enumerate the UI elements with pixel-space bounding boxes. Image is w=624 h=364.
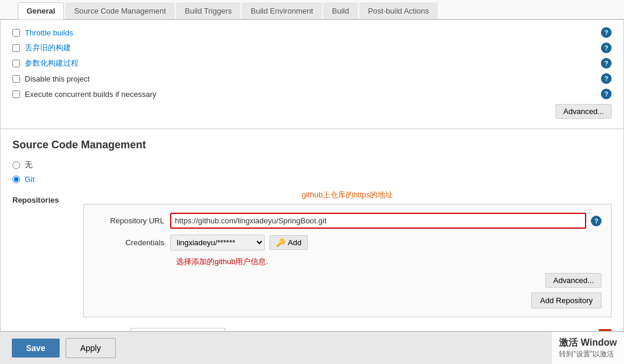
- radio-row-none: 无: [12, 160, 612, 170]
- scm-git-label: Git: [25, 175, 35, 184]
- key-icon: 🔑: [276, 238, 285, 247]
- annotation-container: github上仓库的https的地址: [83, 190, 612, 200]
- tab-scm[interactable]: Source Code Management: [65, 2, 174, 19]
- repo-url-help-icon[interactable]: ?: [591, 216, 602, 226]
- radio-row-git: Git: [12, 175, 612, 184]
- concurrent-builds-checkbox[interactable]: [12, 90, 20, 98]
- repo-advanced-button[interactable]: Advanced...: [545, 273, 602, 288]
- main-container: General Source Code Management Build Tri…: [0, 0, 624, 364]
- repo-url-input[interactable]: [170, 213, 586, 229]
- branch-row: Branch Specifier (blank for 'any') ✕: [12, 323, 612, 332]
- disable-project-help-icon[interactable]: ?: [601, 73, 612, 84]
- disable-project-checkbox[interactable]: [12, 75, 20, 83]
- general-advanced-button[interactable]: Advanced...: [555, 104, 612, 119]
- throttle-builds-checkbox[interactable]: [12, 29, 20, 37]
- param-build-label: 参数化构建过程: [25, 58, 79, 69]
- scm-none-label: 无: [25, 160, 32, 170]
- save-button[interactable]: Save: [12, 339, 60, 358]
- select-annotation: 选择添加的github用户信息.: [176, 257, 268, 266]
- throttle-builds-label: Throttle builds: [25, 28, 73, 37]
- checkbox-row-discard: 丢弃旧的构建 ?: [12, 43, 612, 53]
- credentials-row: Credentials lingxiadeyu/****** 🔑 Add: [93, 235, 602, 251]
- select-annotation-container: 选择添加的github用户信息.: [176, 256, 602, 267]
- general-section: Throttle builds ? 丢弃旧的构建 ? 参数化构建过程 ? Dis…: [1, 20, 623, 129]
- advanced-btn-row: Advanced...: [12, 104, 612, 119]
- tab-build-triggers[interactable]: Build Triggers: [176, 2, 240, 19]
- repos-panel: Repositories github上仓库的https的地址 Reposito…: [12, 190, 612, 317]
- add-repository-button[interactable]: Add Repository: [531, 292, 602, 308]
- checkbox-row-param: 参数化构建过程 ?: [12, 58, 612, 69]
- repos-box: Repository URL ? Credentials lingxiadeyu…: [83, 204, 612, 317]
- tab-build[interactable]: Build: [323, 2, 358, 19]
- repo-url-row: Repository URL ?: [93, 213, 602, 229]
- scm-title: Source Code Management: [12, 139, 612, 151]
- discard-builds-checkbox[interactable]: [12, 44, 20, 52]
- concurrent-builds-help-icon[interactable]: ?: [601, 89, 612, 99]
- param-build-checkbox[interactable]: [12, 60, 20, 67]
- scm-none-radio[interactable]: [12, 161, 20, 169]
- tab-post-build[interactable]: Post-build Actions: [359, 2, 438, 19]
- credentials-select[interactable]: lingxiadeyu/******: [170, 235, 265, 251]
- concurrent-builds-label: Execute concurrent builds if necessary: [25, 90, 157, 99]
- param-build-help-icon[interactable]: ?: [601, 58, 612, 69]
- throttle-builds-help-icon[interactable]: ?: [601, 27, 612, 38]
- add-credentials-button[interactable]: 🔑 Add: [269, 235, 308, 250]
- checkbox-row-throttle: Throttle builds ?: [12, 27, 612, 38]
- bottom-bar: Save Apply: [0, 332, 624, 364]
- discard-builds-help-icon[interactable]: ?: [601, 43, 612, 53]
- credentials-label: Credentials: [93, 238, 170, 247]
- add-btn-label: Add: [288, 238, 301, 247]
- content-area: Throttle builds ? 丢弃旧的构建 ? 参数化构建过程 ? Dis…: [0, 20, 624, 332]
- tabs-bar: General Source Code Management Build Tri…: [0, 0, 624, 20]
- repo-url-label: Repository URL: [93, 216, 170, 225]
- tab-build-environment[interactable]: Build Environment: [242, 2, 322, 19]
- scm-git-radio[interactable]: [12, 176, 20, 183]
- repo-buttons: Advanced... Add Repository: [93, 273, 602, 308]
- repos-label: Repositories: [12, 190, 83, 317]
- apply-button[interactable]: Apply: [66, 338, 116, 358]
- discard-builds-label: 丢弃旧的构建: [25, 43, 71, 53]
- tab-general[interactable]: General: [18, 2, 64, 20]
- repos-inner: github上仓库的https的地址 Repository URL ?: [83, 190, 612, 317]
- checkbox-row-disable: Disable this project ?: [12, 73, 612, 84]
- disable-project-label: Disable this project: [25, 74, 90, 83]
- github-annotation: github上仓库的https的地址: [302, 190, 394, 199]
- scm-section: Source Code Management 无 Git Repositorie…: [1, 129, 623, 332]
- repos-content-wrapper: github上仓库的https的地址 Repository URL ?: [83, 190, 612, 317]
- checkbox-row-concurrent: Execute concurrent builds if necessary ?: [12, 89, 612, 99]
